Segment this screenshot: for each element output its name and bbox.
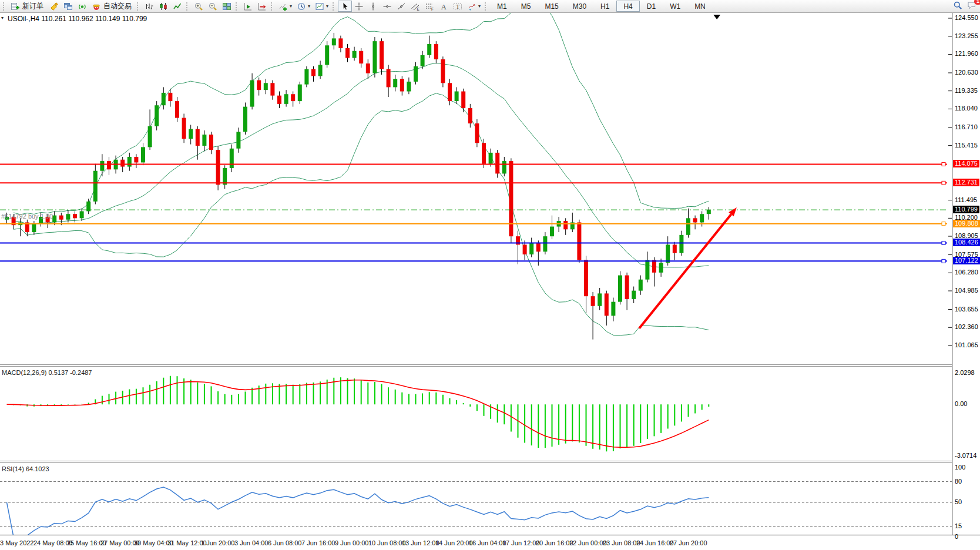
chart-shift-button[interactable] [255, 1, 269, 12]
price-tag-button[interactable] [47, 1, 61, 12]
time-axis-label: 24 Jun 16:00 [636, 539, 674, 546]
tf-d1[interactable]: D1 [640, 1, 663, 12]
tile-windows-button[interactable] [220, 1, 234, 12]
dropdown-caret[interactable]: ▾ [308, 4, 310, 9]
price-tick-label: 111.495 [955, 196, 977, 204]
dropdown-caret[interactable]: ▾ [478, 4, 481, 9]
rsi-axis-label: 50 [955, 498, 962, 506]
candle-body [107, 161, 111, 169]
tf-w1[interactable]: W1 [663, 1, 687, 12]
arrows-button[interactable]: ▾ [465, 1, 483, 12]
new-order-button[interactable]: 新订单 [8, 1, 47, 12]
line-handle[interactable] [942, 241, 945, 244]
tf-m5[interactable]: M5 [514, 1, 538, 12]
line-handle[interactable] [942, 222, 945, 226]
templates-button[interactable]: ▾ [313, 1, 331, 12]
line-handle[interactable] [942, 181, 945, 185]
rsi-axis-label: 80 [955, 478, 962, 485]
channel-button[interactable]: E [408, 1, 422, 12]
price-tick-label: 121.960 [955, 50, 978, 58]
chart-shift-marker[interactable] [713, 15, 720, 19]
toolbar-drag-handle[interactable] [236, 2, 239, 11]
bollinger-upper-band[interactable] [14, 13, 709, 214]
text-tool-icon: A [439, 2, 448, 11]
candle-body [291, 94, 295, 101]
cursor-icon [340, 2, 350, 11]
price-tick-label: 115.415 [955, 142, 978, 149]
line-chart-button[interactable] [170, 1, 184, 12]
crosshair-button[interactable] [352, 1, 366, 12]
tf-m30[interactable]: M30 [566, 1, 593, 12]
candle-body [168, 93, 172, 101]
time-axis[interactable]: 3 May 202224 May 08:0025 May 16:0027 May… [0, 535, 980, 550]
text-label-button[interactable]: T [451, 1, 465, 12]
main-chart-plot[interactable] [0, 13, 952, 364]
open-position-label: #614792 buy 1.00 [1, 213, 53, 220]
tf-mn[interactable]: MN [687, 1, 713, 12]
horizontal-line-button[interactable] [380, 1, 394, 12]
candle-body [700, 214, 704, 222]
candle-body [455, 92, 459, 102]
tf-h4-label: H4 [620, 2, 636, 11]
macd-panel[interactable] [0, 367, 952, 461]
candles-type-icon [159, 2, 168, 11]
tf-h1[interactable]: H1 [593, 1, 616, 12]
chat-button[interactable]: 1 [965, 0, 979, 12]
bar-chart-button[interactable] [142, 1, 156, 12]
search-icon [953, 1, 962, 10]
trendline-button[interactable] [394, 1, 408, 12]
toolbar-drag-handle[interactable] [3, 2, 6, 11]
rsi-panel[interactable] [0, 463, 952, 535]
time-axis-label: 10 Jun 08:00 [368, 539, 406, 546]
toolbar-drag-handle[interactable] [186, 2, 189, 11]
zoom-in-button[interactable] [192, 1, 206, 12]
candle-body [32, 224, 36, 232]
line-handle[interactable] [942, 162, 945, 166]
indicators-button[interactable]: ▾ [276, 1, 294, 12]
price-tick-label: 106.280 [955, 269, 978, 276]
toolbar-drag-handle[interactable] [485, 2, 488, 11]
tf-m15[interactable]: M15 [538, 1, 565, 12]
toolbar-drag-handle[interactable] [333, 2, 335, 11]
toolbar-drag-handle[interactable] [137, 2, 140, 11]
signals-button[interactable] [75, 1, 89, 12]
candle-body [236, 132, 240, 148]
tf-m1-label: M1 [494, 2, 511, 11]
zoom-out-button[interactable] [206, 1, 220, 12]
dropdown-caret[interactable]: ▾ [290, 4, 292, 9]
channel-icon: E [411, 2, 420, 11]
candlestick-chart-button[interactable] [156, 1, 170, 12]
charts-window-button[interactable] [61, 1, 75, 12]
cursor-button[interactable] [338, 1, 352, 12]
vertical-line-button[interactable] [366, 1, 380, 12]
candle-body [475, 123, 479, 143]
autotrading-button[interactable]: 自动交易 [89, 1, 135, 12]
tag-icon [49, 2, 59, 11]
periods-button[interactable]: ▾ [294, 1, 313, 12]
candle-body [298, 85, 302, 101]
chevron-down-icon[interactable]: ▾ [1, 15, 4, 21]
search-button[interactable] [951, 0, 965, 11]
candle-body [605, 293, 609, 316]
dropdown-caret[interactable]: ▾ [326, 4, 328, 9]
candle-body [414, 66, 418, 82]
tf-m1[interactable]: M1 [490, 1, 514, 12]
time-axis-label: 27 Jun 20:00 [670, 539, 707, 546]
candle-body [509, 161, 513, 236]
candle-body [372, 41, 377, 73]
time-axis-label: 7 Jun 16:00 [301, 539, 335, 546]
candle-body [407, 82, 411, 92]
candle-body [216, 150, 220, 185]
auto-scroll-button[interactable] [241, 1, 255, 12]
toolbar-drag-handle[interactable] [271, 2, 274, 11]
svg-text:A: A [441, 2, 447, 11]
tf-mn-label: MN [691, 2, 709, 11]
fibonacci-button[interactable]: F [422, 1, 437, 12]
tf-h4[interactable]: H4 [616, 1, 639, 12]
search-button[interactable] [951, 0, 965, 12]
candle-body [632, 291, 636, 299]
candle-body [202, 135, 206, 146]
text-button[interactable]: A [437, 1, 451, 12]
line-handle[interactable] [942, 259, 945, 263]
candle-body [611, 302, 615, 316]
